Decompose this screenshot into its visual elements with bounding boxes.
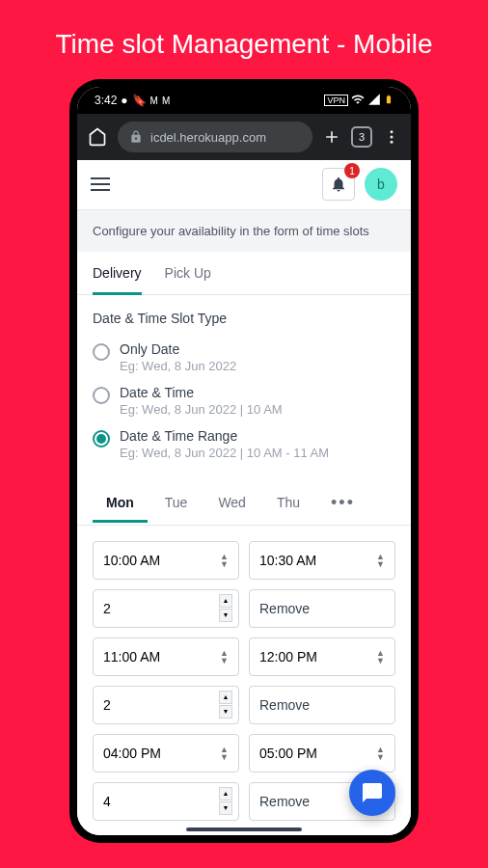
stepper-up-icon[interactable]: ▲ — [219, 787, 232, 800]
notification-badge: 1 — [344, 163, 360, 178]
slot-type-radio-group: Only Date Eg: Wed, 8 Jun 2022 Date & Tim… — [77, 336, 411, 466]
day-tab-wed[interactable]: Wed — [204, 483, 259, 522]
radio-icon — [93, 430, 110, 448]
home-indicator — [186, 827, 302, 831]
status-bar: 3:42 ● 🔖 M M VPN — [77, 87, 411, 114]
time-value: 10:30 AM — [259, 553, 316, 568]
quantity-stepper[interactable]: 4 ▲ ▼ — [93, 782, 239, 821]
phone-screen: 3:42 ● 🔖 M M VPN — [77, 87, 411, 835]
chevron-updown-icon: ▲▼ — [220, 649, 229, 665]
tab-pickup[interactable]: Pick Up — [165, 252, 211, 294]
page-title: Time slot Management - Mobile — [0, 0, 488, 79]
chevron-updown-icon: ▲▼ — [220, 746, 229, 761]
new-tab-icon[interactable] — [322, 127, 341, 147]
quantity-stepper[interactable]: 2 ▲ ▼ — [93, 686, 239, 724]
radio-only-date[interactable]: Only Date Eg: Wed, 8 Jun 2022 — [93, 336, 395, 379]
quantity-stepper[interactable]: 2 ▲ ▼ — [93, 589, 239, 628]
info-banner: Configure your availability in the form … — [77, 210, 411, 252]
time-value: 04:00 PM — [103, 746, 161, 761]
start-time-select[interactable]: 11:00 AM ▲▼ — [93, 637, 239, 676]
browser-bar: icdel.herokuapp.com 3 — [77, 114, 411, 160]
chevron-updown-icon: ▲▼ — [220, 553, 229, 568]
url-text: icdel.herokuapp.com — [150, 130, 266, 145]
stepper-down-icon[interactable]: ▼ — [219, 705, 232, 719]
time-value: 11:00 AM — [103, 649, 160, 665]
more-icon[interactable] — [382, 127, 401, 147]
svg-point-0 — [391, 130, 393, 133]
avatar[interactable]: b — [365, 168, 397, 201]
end-time-select[interactable]: 05:00 PM ▲▼ — [249, 734, 395, 773]
time-value: 10:00 AM — [103, 553, 160, 568]
chevron-updown-icon: ▲▼ — [376, 649, 385, 665]
start-time-select[interactable]: 10:00 AM ▲▼ — [93, 541, 239, 580]
end-time-select[interactable]: 10:30 AM ▲▼ — [249, 541, 395, 580]
radio-date-time[interactable]: Date & Time Eg: Wed, 8 Jun 2022 | 10 AM — [93, 379, 395, 422]
remove-button[interactable]: Remove — [249, 686, 395, 724]
radio-icon — [93, 387, 110, 404]
time-value: 05:00 PM — [259, 746, 317, 761]
gmail-icon: M — [150, 95, 158, 106]
home-icon[interactable] — [87, 126, 108, 148]
notifications-button[interactable]: 1 — [322, 168, 355, 201]
lock-icon — [129, 130, 143, 144]
chat-icon — [361, 781, 384, 804]
stepper-down-icon[interactable]: ▼ — [219, 801, 232, 815]
qty-value: 2 — [103, 601, 111, 616]
day-tab-mon[interactable]: Mon — [93, 483, 148, 522]
stepper-down-icon[interactable]: ▼ — [219, 609, 232, 622]
battery-icon — [384, 93, 393, 109]
bell-icon — [330, 176, 347, 193]
status-time: 3:42 — [95, 94, 117, 107]
main-tabs: Delivery Pick Up — [77, 252, 411, 295]
time-value: 12:00 PM — [259, 649, 317, 665]
vpn-icon: VPN — [324, 95, 348, 106]
day-tab-more[interactable]: ••• — [317, 481, 368, 525]
day-tabs: Mon Tue Wed Thu ••• — [77, 481, 411, 526]
radio-example: Eg: Wed, 8 Jun 2022 — [120, 359, 395, 373]
remove-button[interactable]: Remove — [249, 589, 395, 628]
svg-point-2 — [391, 141, 393, 144]
chevron-updown-icon: ▲▼ — [376, 553, 385, 568]
tab-count[interactable]: 3 — [351, 126, 372, 148]
stepper-up-icon[interactable]: ▲ — [219, 691, 232, 704]
svg-point-1 — [391, 136, 393, 139]
radio-label: Only Date — [120, 341, 395, 357]
stepper-up-icon[interactable]: ▲ — [219, 594, 232, 608]
url-bar[interactable]: icdel.herokuapp.com — [118, 122, 312, 152]
chevron-updown-icon: ▲▼ — [376, 746, 385, 761]
gmail-icon: M — [162, 95, 170, 106]
end-time-select[interactable]: 12:00 PM ▲▼ — [249, 637, 395, 676]
day-tab-tue[interactable]: Tue — [151, 483, 202, 522]
radio-label: Date & Time — [120, 385, 395, 400]
phone-frame: 3:42 ● 🔖 M M VPN — [69, 79, 419, 843]
radio-example: Eg: Wed, 8 Jun 2022 | 10 AM — [120, 402, 395, 417]
radio-example: Eg: Wed, 8 Jun 2022 | 10 AM - 11 AM — [120, 446, 395, 460]
radio-date-time-range[interactable]: Date & Time Range Eg: Wed, 8 Jun 2022 | … — [93, 422, 395, 466]
radio-label: Date & Time Range — [120, 428, 395, 444]
qty-value: 2 — [103, 697, 111, 713]
signal-icon — [367, 93, 381, 109]
menu-icon[interactable] — [91, 177, 110, 191]
tab-delivery[interactable]: Delivery — [93, 252, 142, 294]
qty-value: 4 — [103, 794, 111, 809]
slot-type-title: Date & Time Slot Type — [77, 295, 411, 336]
chat-button[interactable] — [349, 770, 395, 816]
day-tab-thu[interactable]: Thu — [263, 483, 313, 522]
app-header: 1 b — [77, 160, 411, 210]
bookmark-icon: 🔖 — [132, 94, 147, 107]
wifi-icon — [351, 93, 365, 109]
start-time-select[interactable]: 04:00 PM ▲▼ — [93, 734, 239, 773]
notification-dot-icon: ● — [121, 94, 127, 107]
radio-icon — [93, 343, 110, 361]
